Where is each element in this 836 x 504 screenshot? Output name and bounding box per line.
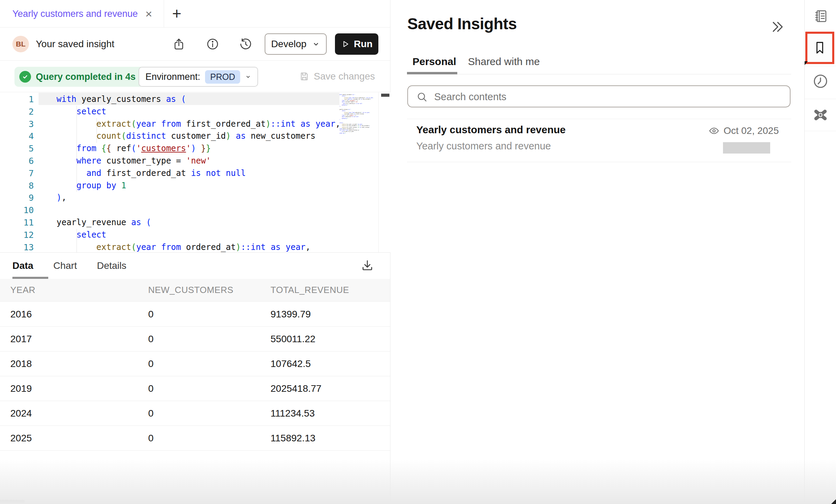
results-tab-chart[interactable]: Chart	[53, 260, 77, 271]
line-number: 4	[0, 130, 34, 143]
code-line: yearly_revenue as (	[57, 217, 340, 229]
line-number: 9	[0, 192, 34, 204]
column-header: NEW_CUSTOMERS	[148, 285, 271, 295]
save-changes-button[interactable]: Save changes	[299, 61, 375, 92]
code-line: group by 1	[339, 118, 344, 119]
editor-code: with yearly_customers as ( select extrac…	[57, 93, 340, 252]
table-cell: 111234.53	[271, 408, 390, 419]
results-table-body: 2016091399.7920170550011.2220180107642.5…	[0, 302, 390, 451]
saved-insights-panel: Saved Insights Personal Shared with me Y…	[391, 0, 804, 504]
table-cell: 550011.22	[271, 334, 390, 345]
table-row: 201902025418.77	[0, 376, 390, 401]
tab-yearly-customers[interactable]: Yearly customers and revenue ×	[0, 0, 164, 28]
table-cell: 2017	[10, 334, 148, 345]
loading-skeleton	[723, 142, 770, 154]
close-tab-icon[interactable]: ×	[145, 8, 152, 20]
resize-corner	[831, 499, 836, 504]
line-number: 8	[0, 180, 34, 192]
column-header: TOTAL_REVENUE	[271, 285, 390, 295]
table-row: 20240111234.53	[0, 401, 390, 426]
save-changes-label: Save changes	[314, 71, 375, 82]
toolbar: BL Your saved insight Develop Run	[0, 28, 390, 61]
table-cell: 2025418.77	[271, 383, 390, 394]
code-line: ),	[57, 192, 340, 204]
table-cell: 2025	[10, 433, 148, 444]
save-icon	[299, 71, 309, 82]
search-input[interactable]	[434, 87, 779, 107]
editor-panel: Yearly customers and revenue × + BL Your…	[0, 0, 390, 504]
insight-date: Oct 02, 2025	[724, 125, 779, 136]
minimap[interactable]: with yearly_customers as ( select extrac…	[339, 92, 378, 252]
search-box	[407, 85, 791, 107]
table-row: 20250115892.13	[0, 426, 390, 451]
table-row: 2016091399.79	[0, 302, 390, 327]
code-line: extract(year from first_ordered_at)::int…	[57, 118, 340, 130]
insight-subtitle: Yearly customers and revenue	[416, 140, 551, 152]
tab-bar-border	[407, 74, 791, 74]
divider	[805, 66, 836, 66]
line-number: 6	[0, 155, 34, 167]
editor-scrollbar[interactable]	[378, 92, 390, 252]
table-cell: 2024	[10, 408, 148, 419]
eye-icon	[708, 125, 720, 136]
sql-editor[interactable]: 1234567891011121314151617181920212223242…	[0, 92, 390, 252]
info-icon[interactable]	[206, 38, 219, 51]
query-status-text: Query completed in 4s	[36, 72, 136, 82]
table-cell: 91399.79	[271, 309, 390, 320]
avatar: BL	[12, 36, 29, 52]
results-tab-data[interactable]: Data	[12, 260, 33, 271]
code-line: and first_ordered_at is not null	[57, 167, 340, 180]
scrollbar-thumb[interactable]	[381, 94, 389, 97]
insight-title: Yearly customers and revenue	[416, 124, 566, 136]
new-tab-button[interactable]: +	[168, 5, 185, 22]
chevron-down-icon	[245, 74, 251, 80]
table-cell: 115892.13	[271, 433, 390, 444]
app-window: Yearly customers and revenue × + BL Your…	[0, 0, 836, 504]
line-number: 11	[0, 217, 34, 229]
chevron-down-icon	[312, 40, 320, 48]
saved-insights-sidebar-button[interactable]	[805, 32, 834, 64]
history-icon[interactable]	[239, 38, 252, 51]
code-line: extract(year from ordered_at)::int as ye…	[57, 241, 340, 252]
panel-title: Saved Insights	[407, 14, 517, 33]
minimap-code: with yearly_customers as ( select extrac…	[339, 94, 344, 134]
line-number: 10	[0, 204, 34, 217]
code-line: with yearly_customers as (	[57, 93, 340, 106]
share-icon[interactable]	[172, 38, 185, 51]
tab-shared-with-me[interactable]: Shared with me	[468, 56, 540, 67]
table-cell: 2018	[10, 358, 148, 369]
code-line: count(distinct customer_id) as new_custo…	[57, 130, 340, 143]
status-bar: Query completed in 4s Environment: PROD …	[0, 61, 390, 92]
insight-list-item[interactable]: Yearly customers and revenue Oct 02, 202…	[407, 119, 791, 162]
history-clock-icon[interactable]	[812, 73, 829, 90]
tab-personal[interactable]: Personal	[412, 56, 456, 67]
table-cell: 0	[148, 433, 271, 444]
insight-label: Your saved insight	[36, 28, 114, 61]
line-number: 5	[0, 143, 34, 155]
code-line	[57, 204, 340, 217]
run-button[interactable]: Run	[335, 33, 378, 55]
results-header-row: YEARNEW_CUSTOMERSTOTAL_REVENUE	[0, 279, 390, 302]
code-line: select	[57, 106, 340, 118]
model-join-icon[interactable]	[812, 106, 829, 124]
table-row: 20170550011.22	[0, 327, 390, 351]
table-cell: 0	[148, 408, 271, 419]
play-icon	[341, 40, 350, 49]
develop-button[interactable]: Develop	[265, 33, 327, 55]
table-cell: 107642.5	[271, 358, 390, 369]
results-tab-details[interactable]: Details	[97, 260, 126, 271]
bookmark-icon	[814, 40, 826, 56]
query-status-pill: Query completed in 4s	[14, 67, 145, 87]
download-icon[interactable]	[360, 259, 374, 272]
table-cell: 0	[148, 309, 271, 320]
line-number: 13	[0, 241, 34, 252]
table-cell: 0	[148, 383, 271, 394]
column-header: YEAR	[10, 285, 148, 295]
horizontal-scrollbar[interactable]	[0, 500, 25, 503]
check-circle-icon	[19, 71, 31, 83]
editor-gutter: 1234567891011121314151617181920212223242…	[0, 93, 34, 252]
collapse-panel-icon[interactable]	[770, 19, 785, 34]
search-icon	[416, 91, 428, 103]
environment-selector[interactable]: Environment: PROD	[139, 67, 258, 87]
notebook-icon[interactable]	[813, 9, 828, 24]
